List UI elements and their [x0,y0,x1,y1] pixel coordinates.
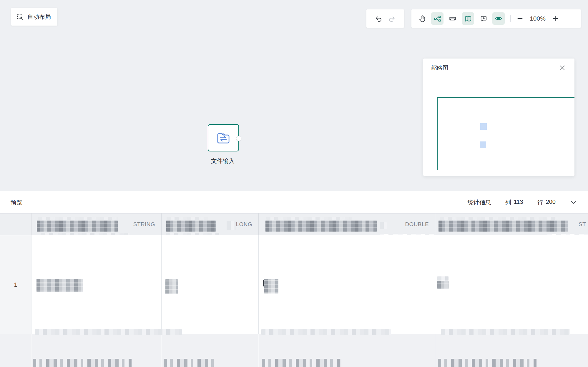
minimap-body [423,76,574,176]
table-cell[interactable] [259,334,435,367]
toolbar-divider [510,15,511,22]
minimap-node [480,123,487,130]
collapse-preview-button[interactable] [570,198,577,206]
table-cell[interactable] [31,235,162,334]
redacted-text [380,222,387,229]
redacted-cell-value [437,276,449,281]
add-comment-button[interactable] [477,12,489,25]
minimap-viewport-rect[interactable] [437,97,574,170]
history-toolbar [366,9,404,28]
zoom-level[interactable]: 100% [526,15,549,22]
auto-layout-label: 自动布局 [27,13,51,21]
redacted-text [227,221,235,230]
redo-button[interactable] [388,15,396,22]
row-number: 1 [0,281,31,288]
redacted-cell-value [36,279,83,292]
flow-canvas[interactable]: 自动布局 [0,0,588,191]
zoom-out-icon [516,15,524,22]
zoom-in-icon [552,15,559,22]
rows-count: 200 [546,198,556,206]
preview-title: 预览 [11,198,22,206]
zoom-in-button[interactable] [550,12,560,25]
column-header[interactable]: DOUBLE [259,213,435,235]
redacted-cell-value [165,279,178,294]
redacted-cell-value [164,359,214,367]
columns-label: 列 [505,198,511,206]
eye-icon [495,15,502,22]
keyboard-icon [449,15,456,22]
redacted-cell-value [262,359,341,367]
minimap-close-button[interactable] [558,64,567,72]
pan-hand-button[interactable] [416,12,428,25]
hand-icon [418,15,426,22]
row-number-cell [0,334,31,367]
redacted-cell-value [437,281,449,289]
view-toolbar: 100% [411,9,581,28]
redacted-cell-value [264,279,278,293]
minimap-title: 缩略图 [431,64,448,72]
column-type: ST [579,221,586,228]
preview-meta: 统计信息 列 113 行 200 [468,198,577,206]
close-icon [559,64,566,71]
node-output-port[interactable] [236,136,241,141]
auto-layout-icon [16,13,24,21]
column-header[interactable]: LONG [162,213,259,235]
column-type: LONG [236,221,252,228]
minimap-toggle-button[interactable] [462,12,474,25]
row-number-header-cell [0,213,31,235]
nodes-mode-button[interactable] [431,12,444,25]
redacted-text [38,217,118,220]
rows-label: 行 [537,198,543,206]
undo-icon [375,15,383,22]
redacted-text [167,217,208,220]
comment-add-icon [480,15,487,22]
redacted-text [440,217,558,220]
undo-button[interactable] [375,15,383,22]
redacted-column-name [37,221,118,232]
redacted-column-name [166,221,216,232]
preview-panel: 预览 统计信息 列 113 行 200 [0,191,588,367]
column-type: DOUBLE [405,221,429,228]
map-icon [464,15,472,22]
auto-layout-button[interactable]: 自动布局 [11,8,57,26]
keyboard-shortcuts-button[interactable] [446,12,459,25]
redacted-text [261,329,391,335]
table-cell[interactable] [259,235,435,334]
minimap-node [480,141,486,148]
table-cell[interactable] [435,235,588,334]
preview-bar: 预览 统计信息 列 113 行 200 [0,191,588,213]
redacted-cell-value [33,359,132,367]
node-file-input[interactable] [208,124,239,151]
table-cell[interactable] [162,235,259,334]
redacted-text [441,329,570,335]
nodes-icon [434,15,441,22]
column-header[interactable]: ST [435,213,588,235]
node-label: 文件输入 [193,157,252,165]
columns-count: 113 [514,198,523,206]
zoom-out-button[interactable] [515,12,525,25]
minimap-panel: 缩略图 [423,59,574,176]
redacted-column-name [438,221,568,232]
redacted-column-name [265,221,377,232]
column-type: STRING [133,221,155,228]
table-cell[interactable] [162,334,259,367]
redacted-text [35,329,182,335]
columns-count-badge: 列 113 [505,198,523,206]
chevron-down-icon [570,198,577,206]
app-root: 自动布局 [0,0,588,367]
preview-visibility-button[interactable] [492,12,505,25]
table-cell[interactable] [31,334,162,367]
stats-info-link[interactable]: 统计信息 [468,198,491,206]
file-transfer-folder-icon [215,130,231,146]
redo-icon [388,15,396,22]
redacted-cell-value [438,359,536,367]
row-number-cell: 1 [0,235,31,334]
rows-count-badge: 行 200 [537,198,556,206]
column-header[interactable]: STRING [31,213,162,235]
redacted-text [266,217,352,220]
minimap-header: 缩略图 [423,59,574,76]
table-cell[interactable] [435,334,588,367]
